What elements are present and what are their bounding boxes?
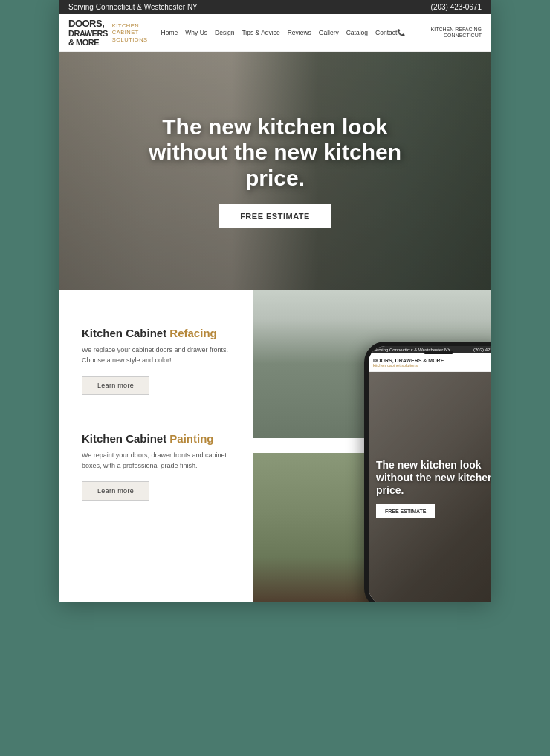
refacing-highlight: Refacing <box>169 327 216 339</box>
mobile-hero-title: The new kitchen look without the new kit… <box>376 459 491 496</box>
right-column: Serving Connecticut & Westchester NY (20… <box>253 290 491 602</box>
painting-learn-more-button[interactable]: Learn more <box>82 481 149 501</box>
mobile-logo-sub: kitchen cabinet solutions <box>373 363 444 368</box>
topbar-left: Serving Connecticut & Westchester NY <box>68 3 198 11</box>
hero-section: The new kitchen look without the new kit… <box>59 52 491 290</box>
top-bar: Serving Connecticut & Westchester NY (20… <box>59 0 491 14</box>
painting-desc: We repaint your doors, drawer fronts and… <box>82 451 230 471</box>
mobile-topbar-right: (203) 423-0671 <box>473 348 491 352</box>
mobile-mockup: Serving Connecticut & Westchester NY (20… <box>364 342 491 602</box>
mobile-logo: DOORS, DRAWERS & MORE kitchen cabinet so… <box>373 358 444 368</box>
topbar-right: (203) 423-0671 <box>431 3 482 11</box>
mobile-nav: DOORS, DRAWERS & MORE kitchen cabinet so… <box>369 353 491 372</box>
painting-highlight: Painting <box>169 432 213 445</box>
mobile-hero-cta-button[interactable]: Free Estimate <box>376 504 435 518</box>
left-column: Kitchen Cabinet Refacing We replace your… <box>59 312 284 602</box>
nav-design[interactable]: Design <box>215 29 234 36</box>
nav-reviews[interactable]: Reviews <box>288 29 311 36</box>
refacing-learn-more-button[interactable]: Learn more <box>82 376 149 395</box>
hero-title: The new kitchen look without the new kit… <box>134 114 416 192</box>
nav-right: 📞 KITCHEN REFACING CONNECTICUT <box>397 27 482 39</box>
nav-tips[interactable]: Tips & Advice <box>242 29 279 36</box>
painting-block: Kitchen Cabinet Painting We repaint your… <box>82 432 269 501</box>
mobile-screen: Serving Connecticut & Westchester NY (20… <box>369 346 491 602</box>
hero-cta-button[interactable]: Free Estimate <box>219 204 331 228</box>
mobile-logo-text: DOORS, DRAWERS & MORE <box>373 358 444 364</box>
mobile-notch <box>424 351 453 354</box>
content-section: Kitchen Cabinet Refacing We replace your… <box>59 290 491 602</box>
painting-title: Kitchen Cabinet Painting <box>82 432 269 445</box>
logo: DOORS, DRAWERS & MORE kitchen cabinet so… <box>68 19 148 47</box>
nav-links: Home Why Us Design Tips & Advice Reviews… <box>161 29 398 36</box>
page-wrapper: Serving Connecticut & Westchester NY (20… <box>59 0 491 602</box>
logo-icon: DOORS, DRAWERS & MORE <box>68 19 108 47</box>
logo-subtitle: kitchen cabinet solutions <box>112 22 148 44</box>
nav-gallery[interactable]: Gallery <box>319 29 339 36</box>
nav-brand-badge: KITCHEN REFACING CONNECTICUT <box>408 27 482 39</box>
refacing-title: Kitchen Cabinet Refacing <box>82 327 269 339</box>
refacing-desc: We replace your cabinet doors and drawer… <box>82 345 230 365</box>
mobile-hero: The new kitchen look without the new kit… <box>369 372 491 602</box>
nav-contact[interactable]: Contact <box>375 29 397 36</box>
nav-whyus[interactable]: Why Us <box>185 29 207 36</box>
nav: DOORS, DRAWERS & MORE kitchen cabinet so… <box>59 14 491 52</box>
hero-content: The new kitchen look without the new kit… <box>59 52 491 290</box>
refacing-block: Kitchen Cabinet Refacing We replace your… <box>82 327 269 395</box>
phone-icon: 📞 <box>397 29 405 36</box>
nav-catalog[interactable]: Catalog <box>346 29 368 36</box>
nav-home[interactable]: Home <box>161 29 178 36</box>
